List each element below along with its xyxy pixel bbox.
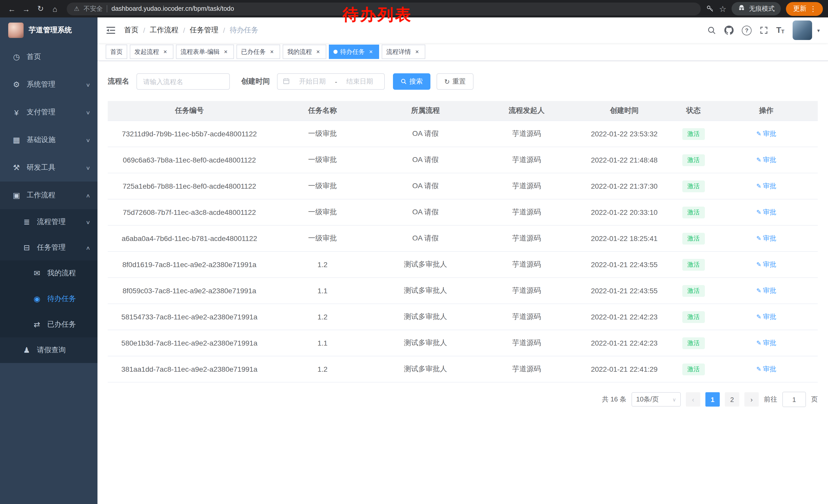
help-icon[interactable]: ? (742, 26, 752, 35)
tag-process-detail[interactable]: 流程详情 × (382, 45, 425, 59)
approve-link[interactable]: ✎审批 (756, 234, 776, 243)
close-icon[interactable]: × (367, 48, 374, 55)
page-2-button[interactable]: 2 (725, 392, 739, 407)
approve-label: 审批 (763, 312, 776, 321)
sidebar-item-workflow[interactable]: ▣ 工作流程 ∧ (0, 182, 97, 209)
approve-link[interactable]: ✎审批 (756, 155, 776, 165)
security-label[interactable]: 不安全 (84, 4, 103, 13)
breadcrumb-workflow[interactable]: 工作流程 (150, 26, 178, 35)
sidebar-item-devtools[interactable]: ⚒ 研发工具 ∨ (0, 154, 97, 182)
bookmark-star-icon[interactable]: ☆ (719, 4, 727, 13)
created-cell: 2022-01-22 21:37:30 (576, 173, 672, 199)
chevron-down-icon: ∨ (85, 219, 90, 225)
browser-menu-icon[interactable]: ⋮ (806, 5, 820, 13)
close-icon[interactable]: × (222, 48, 229, 55)
created-cell: 2022-01-21 22:42:23 (576, 330, 672, 356)
close-icon[interactable]: × (162, 48, 169, 55)
sidebar-item-leave-query[interactable]: ♟ 请假查询 (0, 337, 97, 363)
briefcase-icon: ▣ (10, 191, 23, 200)
col-created: 创建时间 (576, 101, 672, 121)
github-icon[interactable] (724, 26, 734, 35)
approve-link[interactable]: ✎审批 (756, 129, 776, 138)
home-icon[interactable]: ⌂ (48, 2, 61, 15)
start-date-placeholder[interactable]: 开始日期 (293, 77, 332, 86)
table-row: 725a1eb6-7b88-11ec-8ef0-acde48001122 一级审… (108, 173, 818, 199)
status-badge: 激活 (682, 154, 705, 166)
collapse-menu-icon[interactable] (106, 25, 116, 35)
breadcrumb-task-mgmt[interactable]: 任务管理 (190, 26, 218, 35)
tag-todo-tasks[interactable]: 待办任务 × (329, 45, 379, 59)
edit-icon: ✎ (756, 183, 761, 190)
approve-link[interactable]: ✎审批 (756, 208, 776, 217)
chevron-down-icon: ∨ (85, 109, 90, 115)
fullscreen-icon[interactable] (760, 26, 768, 34)
tag-form-edit[interactable]: 流程表单-编辑 × (176, 45, 234, 59)
task-id-cell: 580e1b3d-7ac8-11ec-a9e2-a2380e71991a (108, 330, 271, 356)
sidebar-item-process-mgmt[interactable]: ≣ 流程管理 ∨ (0, 209, 97, 235)
approve-link[interactable]: ✎审批 (756, 312, 776, 321)
close-icon[interactable]: × (315, 48, 322, 55)
sidebar-item-todo-tasks[interactable]: ◉ 待办任务 (0, 286, 97, 312)
tag-home[interactable]: 首页 (106, 45, 127, 59)
initiator-cell: 芋道源码 (477, 251, 576, 278)
forward-icon[interactable]: → (19, 2, 33, 15)
url-text[interactable]: dashboard.yudao.iocoder.cn/bpm/task/todo (112, 5, 234, 12)
sidebar-item-payment[interactable]: ¥ 支付管理 ∨ (0, 98, 97, 126)
prev-page-button[interactable]: ‹ (686, 392, 700, 407)
page-1-button[interactable]: 1 (705, 392, 720, 407)
warning-icon: ⚠ (74, 5, 80, 12)
approve-link[interactable]: ✎审批 (756, 260, 776, 269)
avatar-caret-icon[interactable]: ▾ (817, 28, 820, 33)
chevron-up-icon: ∧ (85, 245, 90, 250)
initiator-cell: 芋道源码 (477, 225, 576, 251)
search-button[interactable]: 搜索 (393, 73, 430, 90)
page-size-select[interactable]: 10条/页 ∨ (631, 392, 681, 407)
task-id-cell: 73211d9d-7b9b-11ec-b5b7-acde48001122 (108, 121, 271, 147)
sidebar-item-system[interactable]: ⚙ 系统管理 ∨ (0, 71, 97, 98)
approve-link[interactable]: ✎审批 (756, 365, 776, 374)
password-key-icon[interactable] (706, 5, 714, 13)
process-name-input[interactable] (136, 73, 230, 90)
process-cell: OA 请假 (374, 121, 477, 147)
edit-icon: ✎ (756, 235, 761, 242)
sidebar-item-task-mgmt[interactable]: ⊟ 任务管理 ∧ (0, 235, 97, 261)
approve-link[interactable]: ✎审批 (756, 286, 776, 295)
end-date-placeholder[interactable]: 结束日期 (340, 77, 379, 86)
sidebar-item-done-tasks[interactable]: ⇄ 已办任务 (0, 312, 97, 337)
tag-start-process[interactable]: 发起流程 × (130, 45, 173, 59)
approve-link[interactable]: ✎审批 (756, 338, 776, 348)
process-cell: OA 请假 (374, 147, 477, 173)
close-icon[interactable]: × (268, 48, 276, 55)
search-icon[interactable] (707, 26, 716, 35)
tag-label: 首页 (110, 47, 123, 56)
sidebar-item-my-process[interactable]: ✉ 我的流程 (0, 261, 97, 286)
breadcrumb-home[interactable]: 首页 (124, 26, 138, 35)
chrome-actions: ☆ 无痕模式 更新 ⋮ (706, 2, 823, 16)
close-icon[interactable]: × (413, 48, 421, 55)
back-icon[interactable]: ← (5, 2, 18, 15)
initiator-cell: 芋道源码 (477, 121, 576, 147)
avatar[interactable] (793, 20, 812, 40)
approve-label: 审批 (763, 365, 776, 374)
status-badge: 激活 (682, 363, 705, 375)
reset-button[interactable]: ↻ 重置 (437, 73, 473, 90)
sidebar-item-home[interactable]: ◷ 首页 (0, 43, 97, 71)
date-range-picker[interactable]: 开始日期 - 结束日期 (277, 73, 385, 90)
tag-label: 发起流程 (134, 47, 159, 56)
next-page-button[interactable]: › (744, 392, 759, 407)
initiator-cell: 芋道源码 (477, 304, 576, 330)
process-cell: 测试多审批人 (374, 356, 477, 382)
omnibox-divider (107, 5, 108, 12)
font-size-icon[interactable]: TT (776, 26, 784, 34)
approve-link[interactable]: ✎审批 (756, 182, 776, 191)
update-button[interactable]: 更新 ⋮ (786, 2, 823, 16)
main-area: 首页 / 工作流程 / 任务管理 / 待办任务 ? (97, 17, 828, 504)
sidebar-item-infra[interactable]: ▦ 基础设施 ∨ (0, 126, 97, 154)
tag-my-process[interactable]: 我的流程 × (283, 45, 326, 59)
active-dot (333, 50, 338, 54)
breadcrumb-current: 待办任务 (230, 26, 258, 35)
task-id-cell: 75d72608-7b7f-11ec-a3c8-acde48001122 (108, 199, 271, 225)
tag-done-tasks[interactable]: 已办任务 × (237, 45, 280, 59)
reload-icon[interactable]: ↻ (34, 2, 47, 15)
goto-page-input[interactable] (782, 392, 806, 407)
